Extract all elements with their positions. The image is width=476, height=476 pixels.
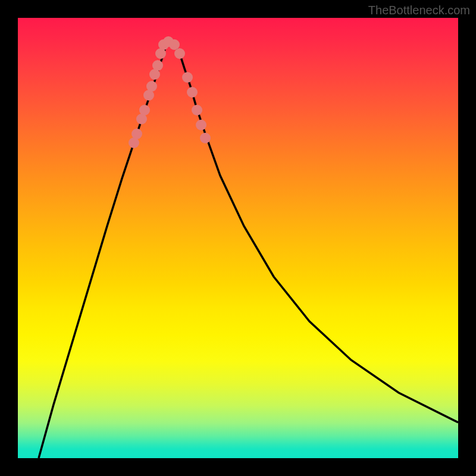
chart-svg bbox=[18, 18, 458, 458]
scatter-point bbox=[139, 105, 150, 115]
chart-container: TheBottleneck.com bbox=[0, 0, 476, 476]
scatter-point bbox=[182, 72, 193, 83]
scatter-point bbox=[152, 60, 163, 71]
curve-group bbox=[39, 42, 458, 458]
scatter-point bbox=[196, 120, 206, 130]
scatter-point bbox=[200, 133, 211, 143]
scatter-point bbox=[192, 105, 202, 115]
watermark-text: TheBottleneck.com bbox=[368, 4, 470, 17]
scatter-point bbox=[187, 87, 198, 98]
scatter-point bbox=[146, 81, 157, 92]
plot-area bbox=[18, 18, 458, 458]
scatter-point bbox=[174, 48, 185, 59]
scatter-point bbox=[131, 129, 142, 139]
scatter-group bbox=[129, 36, 211, 148]
scatter-point bbox=[169, 39, 180, 50]
bottleneck-curve bbox=[39, 42, 458, 458]
